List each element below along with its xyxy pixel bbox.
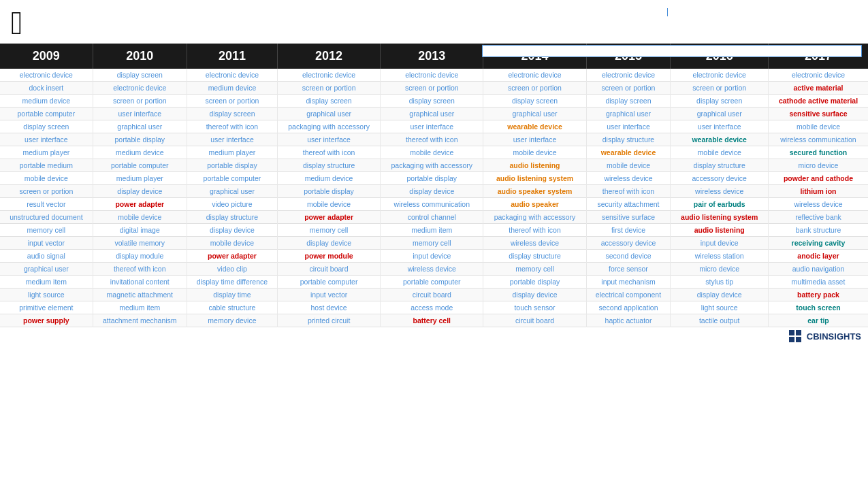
- table-cell: accessory device: [671, 172, 769, 185]
- patents-table: 200920102011201220132014201520162017 ele…: [0, 44, 868, 327]
- table-cell: electronic device: [671, 69, 769, 82]
- table-cell: stylus tip: [671, 276, 769, 289]
- table-cell: attachment mechanism: [93, 314, 187, 327]
- table-cell: graphical user: [278, 108, 381, 120]
- table-cell: display screen: [483, 95, 586, 108]
- apple-logo: : [11, 7, 23, 39]
- table-cell: packaging with accessory: [278, 120, 381, 133]
- table-cell: electronic device: [381, 69, 483, 82]
- table-cell: display screen: [93, 69, 187, 82]
- table-cell: graphical user: [381, 108, 483, 120]
- table-cell: display screen: [586, 95, 671, 108]
- analysis-bar: [482, 45, 862, 57]
- table-cell: memory cell: [381, 237, 483, 250]
- table-cell: thereof with icon: [93, 263, 187, 276]
- table-row: medium devicescreen or portionscreen or …: [0, 95, 868, 108]
- table-cell: medium device: [0, 95, 93, 108]
- table-cell: audio listening system: [671, 211, 769, 224]
- table-cell: user interface: [93, 108, 187, 120]
- table-cell: audio listening system: [483, 172, 586, 185]
- table-row: dock insertelectronic devicemedium devic…: [0, 82, 868, 95]
- table-cell: wireless device: [483, 237, 586, 250]
- table-cell: portable computer: [381, 276, 483, 289]
- table-cell: magnetic attachment: [93, 289, 187, 301]
- table-cell: audio listening: [671, 224, 769, 237]
- table-cell: mobile device: [278, 198, 381, 211]
- table-cell: medium player: [187, 146, 277, 159]
- table-cell: display device: [483, 289, 586, 301]
- table-container: 200920102011201220132014201520162017 ele…: [0, 44, 868, 327]
- table-cell: display structure: [483, 250, 586, 263]
- table-cell: portable computer: [0, 108, 93, 120]
- table-cell: tactile output: [671, 314, 769, 327]
- table-cell: electronic device: [93, 82, 187, 95]
- table-cell: thereof with icon: [483, 224, 586, 237]
- table-row: display screengraphical userthereof with…: [0, 120, 868, 133]
- cb-text: CBINSIGHTS: [807, 331, 861, 342]
- table-row: result vectorpower adaptervideo picturem…: [0, 198, 868, 211]
- table-cell: display module: [93, 250, 187, 263]
- table-cell: touch sensor: [483, 301, 586, 314]
- table-cell: volatile memory: [93, 237, 187, 250]
- table-cell: graphical user: [586, 108, 671, 120]
- table-cell: thereof with icon: [278, 146, 381, 159]
- table-cell: control channel: [381, 211, 483, 224]
- table-cell: input vector: [278, 289, 381, 301]
- table-cell: accessory device: [586, 237, 671, 250]
- table-cell: mobile device: [586, 159, 671, 172]
- table-cell: printed circuit: [278, 314, 381, 327]
- table-cell: primitive element: [0, 301, 93, 314]
- table-cell: thereof with icon: [381, 133, 483, 146]
- table-cell: display screen: [187, 108, 277, 120]
- table-cell: wireless device: [381, 263, 483, 276]
- table-cell: receiving cavity: [768, 237, 868, 250]
- table-cell: light source: [671, 301, 769, 314]
- table-cell: memory cell: [0, 224, 93, 237]
- table-cell: wireless device: [768, 198, 868, 211]
- table-cell: display device: [671, 289, 769, 301]
- table-cell: mobile device: [0, 172, 93, 185]
- table-cell: user interface: [381, 120, 483, 133]
- table-row: screen or portiondisplay devicegraphical…: [0, 185, 868, 198]
- table-cell: bank structure: [768, 224, 868, 237]
- table-cell: input device: [671, 237, 769, 250]
- table-cell: micro device: [768, 159, 868, 172]
- table-cell: input mechanism: [586, 276, 671, 289]
- table-cell: graphical user: [671, 108, 769, 120]
- table-row: medium playermedium devicemedium playert…: [0, 146, 868, 159]
- table-cell: thereof with icon: [586, 185, 671, 198]
- cbinsights-logo: CBINSIGHTS: [789, 330, 861, 342]
- table-cell: force sensor: [586, 263, 671, 276]
- table-cell: user interface: [586, 120, 671, 133]
- column-header-2009: 2009: [0, 44, 93, 69]
- table-row: user interfaceportable displayuser inter…: [0, 133, 868, 146]
- table-cell: screen or portion: [483, 82, 586, 95]
- table-cell: medium device: [187, 82, 277, 95]
- table-cell: medium item: [0, 276, 93, 289]
- table-cell: second application: [586, 301, 671, 314]
- table-cell: user interface: [278, 133, 381, 146]
- table-cell: power adapter: [278, 211, 381, 224]
- table-cell: display time: [187, 289, 277, 301]
- table-cell: portable computer: [278, 276, 381, 289]
- table-cell: medium player: [93, 172, 187, 185]
- column-header-2010: 2010: [93, 44, 187, 69]
- table-cell: display structure: [187, 211, 277, 224]
- table-cell: portable display: [278, 185, 381, 198]
- table-row: medium iteminvitational contentdisplay t…: [0, 276, 868, 289]
- table-cell: screen or portion: [278, 82, 381, 95]
- table-cell: micro device: [671, 263, 769, 276]
- table-cell: portable display: [93, 133, 187, 146]
- table-cell: medium item: [381, 224, 483, 237]
- table-cell: graphical user: [93, 120, 187, 133]
- table-cell: display structure: [586, 133, 671, 146]
- table-cell: portable display: [483, 276, 586, 289]
- table-cell: invitational content: [93, 276, 187, 289]
- table-cell: display device: [381, 185, 483, 198]
- table-cell: electrical component: [586, 289, 671, 301]
- table-cell: powder and cathode: [768, 172, 868, 185]
- table-cell: packaging with accessory: [483, 211, 586, 224]
- table-cell: active material: [768, 82, 868, 95]
- table-cell: display screen: [671, 95, 769, 108]
- table-cell: mobile device: [381, 146, 483, 159]
